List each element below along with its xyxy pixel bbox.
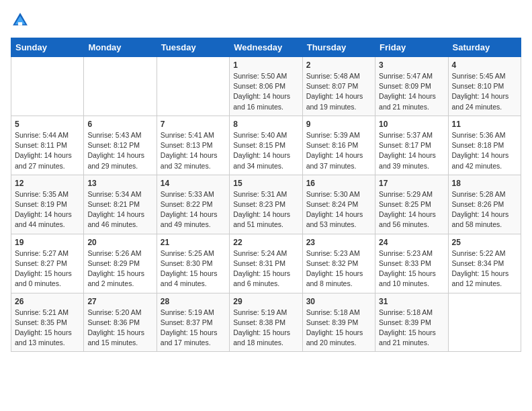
header-monday: Monday — [84, 38, 157, 57]
calendar-cell: 28Sunrise: 5:19 AM Sunset: 8:37 PM Dayli… — [157, 293, 229, 352]
day-number: 31 — [379, 297, 444, 306]
day-info: Sunrise: 5:27 AM Sunset: 8:27 PM Dayligh… — [15, 248, 80, 289]
day-number: 14 — [161, 179, 226, 188]
calendar-cell: 15Sunrise: 5:31 AM Sunset: 8:23 PM Dayli… — [230, 175, 302, 234]
day-info: Sunrise: 5:31 AM Sunset: 8:23 PM Dayligh… — [233, 189, 298, 230]
header-sunday: Sunday — [11, 38, 84, 57]
calendar-week-row: 12Sunrise: 5:35 AM Sunset: 8:19 PM Dayli… — [11, 175, 521, 234]
day-number: 22 — [233, 238, 298, 247]
day-number: 20 — [87, 238, 152, 247]
calendar-week-row: 5Sunrise: 5:44 AM Sunset: 8:11 PM Daylig… — [11, 116, 521, 175]
calendar-cell: 18Sunrise: 5:28 AM Sunset: 8:26 PM Dayli… — [448, 175, 521, 234]
day-info: Sunrise: 5:47 AM Sunset: 8:09 PM Dayligh… — [379, 71, 444, 112]
calendar-cell: 29Sunrise: 5:19 AM Sunset: 8:38 PM Dayli… — [230, 293, 302, 352]
calendar-cell: 7Sunrise: 5:41 AM Sunset: 8:13 PM Daylig… — [157, 116, 229, 175]
calendar-cell: 20Sunrise: 5:26 AM Sunset: 8:29 PM Dayli… — [84, 234, 157, 293]
day-number: 3 — [379, 60, 444, 70]
day-number: 8 — [233, 120, 298, 129]
day-number: 1 — [233, 60, 298, 70]
day-number: 6 — [87, 120, 152, 129]
calendar-cell: 6Sunrise: 5:43 AM Sunset: 8:12 PM Daylig… — [84, 116, 157, 175]
day-number: 5 — [15, 120, 80, 129]
calendar-cell: 4Sunrise: 5:45 AM Sunset: 8:10 PM Daylig… — [448, 57, 521, 116]
calendar-table: SundayMondayTuesdayWednesdayThursdayFrid… — [11, 38, 521, 352]
calendar-cell: 31Sunrise: 5:18 AM Sunset: 8:39 PM Dayli… — [375, 293, 448, 352]
day-info: Sunrise: 5:35 AM Sunset: 8:19 PM Dayligh… — [15, 189, 80, 230]
day-info: Sunrise: 5:33 AM Sunset: 8:22 PM Dayligh… — [161, 189, 226, 230]
day-number: 26 — [15, 297, 80, 306]
calendar-week-row: 19Sunrise: 5:27 AM Sunset: 8:27 PM Dayli… — [11, 234, 521, 293]
day-info: Sunrise: 5:20 AM Sunset: 8:36 PM Dayligh… — [87, 308, 152, 349]
day-info: Sunrise: 5:34 AM Sunset: 8:21 PM Dayligh… — [87, 189, 152, 230]
day-info: Sunrise: 5:30 AM Sunset: 8:24 PM Dayligh… — [306, 189, 371, 230]
day-info: Sunrise: 5:18 AM Sunset: 8:39 PM Dayligh… — [306, 308, 371, 349]
day-number: 23 — [306, 238, 371, 247]
day-info: Sunrise: 5:44 AM Sunset: 8:11 PM Dayligh… — [15, 130, 80, 171]
day-info: Sunrise: 5:19 AM Sunset: 8:38 PM Dayligh… — [233, 308, 298, 349]
day-number: 4 — [452, 60, 517, 70]
calendar-header-row: SundayMondayTuesdayWednesdayThursdayFrid… — [11, 38, 521, 57]
calendar-cell: 26Sunrise: 5:21 AM Sunset: 8:35 PM Dayli… — [11, 293, 84, 352]
calendar-cell: 1Sunrise: 5:50 AM Sunset: 8:06 PM Daylig… — [230, 57, 302, 116]
day-number: 30 — [306, 297, 371, 306]
calendar-cell — [84, 57, 157, 116]
calendar-cell — [448, 293, 521, 352]
day-info: Sunrise: 5:21 AM Sunset: 8:35 PM Dayligh… — [15, 308, 80, 349]
calendar-cell: 12Sunrise: 5:35 AM Sunset: 8:19 PM Dayli… — [11, 175, 84, 234]
header-friday: Friday — [375, 38, 448, 57]
calendar-cell: 16Sunrise: 5:30 AM Sunset: 8:24 PM Dayli… — [302, 175, 375, 234]
calendar-cell: 3Sunrise: 5:47 AM Sunset: 8:09 PM Daylig… — [375, 57, 448, 116]
logo — [11, 11, 32, 30]
day-info: Sunrise: 5:48 AM Sunset: 8:07 PM Dayligh… — [306, 71, 371, 112]
day-number: 12 — [15, 179, 80, 188]
day-number: 11 — [452, 120, 517, 129]
header-tuesday: Tuesday — [157, 38, 229, 57]
day-number: 9 — [306, 120, 371, 129]
day-info: Sunrise: 5:24 AM Sunset: 8:31 PM Dayligh… — [233, 248, 298, 289]
day-info: Sunrise: 5:28 AM Sunset: 8:26 PM Dayligh… — [452, 189, 517, 230]
day-number: 28 — [161, 297, 226, 306]
day-info: Sunrise: 5:43 AM Sunset: 8:12 PM Dayligh… — [87, 130, 152, 171]
calendar-week-row: 1Sunrise: 5:50 AM Sunset: 8:06 PM Daylig… — [11, 57, 521, 116]
day-number: 29 — [233, 297, 298, 306]
day-number: 16 — [306, 179, 371, 188]
calendar-cell: 17Sunrise: 5:29 AM Sunset: 8:25 PM Dayli… — [375, 175, 448, 234]
day-info: Sunrise: 5:41 AM Sunset: 8:13 PM Dayligh… — [161, 130, 226, 171]
day-number: 27 — [87, 297, 152, 306]
day-number: 2 — [306, 60, 371, 70]
logo-icon — [11, 11, 30, 30]
calendar-cell — [11, 57, 84, 116]
day-info: Sunrise: 5:29 AM Sunset: 8:25 PM Dayligh… — [379, 189, 444, 230]
calendar-cell: 23Sunrise: 5:23 AM Sunset: 8:32 PM Dayli… — [302, 234, 375, 293]
calendar-cell: 11Sunrise: 5:36 AM Sunset: 8:18 PM Dayli… — [448, 116, 521, 175]
calendar-cell: 2Sunrise: 5:48 AM Sunset: 8:07 PM Daylig… — [302, 57, 375, 116]
calendar-cell: 13Sunrise: 5:34 AM Sunset: 8:21 PM Dayli… — [84, 175, 157, 234]
day-info: Sunrise: 5:36 AM Sunset: 8:18 PM Dayligh… — [452, 130, 517, 171]
day-info: Sunrise: 5:22 AM Sunset: 8:34 PM Dayligh… — [452, 248, 517, 289]
calendar-cell: 30Sunrise: 5:18 AM Sunset: 8:39 PM Dayli… — [302, 293, 375, 352]
calendar-cell: 22Sunrise: 5:24 AM Sunset: 8:31 PM Dayli… — [230, 234, 302, 293]
day-info: Sunrise: 5:19 AM Sunset: 8:37 PM Dayligh… — [161, 308, 226, 349]
calendar-cell: 27Sunrise: 5:20 AM Sunset: 8:36 PM Dayli… — [84, 293, 157, 352]
day-info: Sunrise: 5:39 AM Sunset: 8:16 PM Dayligh… — [306, 130, 371, 171]
svg-rect-2 — [18, 22, 22, 26]
day-number: 24 — [379, 238, 444, 247]
calendar-cell: 14Sunrise: 5:33 AM Sunset: 8:22 PM Dayli… — [157, 175, 229, 234]
day-info: Sunrise: 5:40 AM Sunset: 8:15 PM Dayligh… — [233, 130, 298, 171]
day-info: Sunrise: 5:37 AM Sunset: 8:17 PM Dayligh… — [379, 130, 444, 171]
header-wednesday: Wednesday — [230, 38, 302, 57]
calendar-cell: 25Sunrise: 5:22 AM Sunset: 8:34 PM Dayli… — [448, 234, 521, 293]
day-number: 15 — [233, 179, 298, 188]
day-number: 21 — [161, 238, 226, 247]
day-info: Sunrise: 5:50 AM Sunset: 8:06 PM Dayligh… — [233, 71, 298, 112]
day-info: Sunrise: 5:26 AM Sunset: 8:29 PM Dayligh… — [87, 248, 152, 289]
day-number: 18 — [452, 179, 517, 188]
header-thursday: Thursday — [302, 38, 375, 57]
day-number: 17 — [379, 179, 444, 188]
calendar-cell: 10Sunrise: 5:37 AM Sunset: 8:17 PM Dayli… — [375, 116, 448, 175]
page-header — [11, 11, 521, 30]
day-number: 7 — [161, 120, 226, 129]
day-info: Sunrise: 5:23 AM Sunset: 8:33 PM Dayligh… — [379, 248, 444, 289]
calendar-cell: 9Sunrise: 5:39 AM Sunset: 8:16 PM Daylig… — [302, 116, 375, 175]
day-info: Sunrise: 5:18 AM Sunset: 8:39 PM Dayligh… — [379, 308, 444, 349]
